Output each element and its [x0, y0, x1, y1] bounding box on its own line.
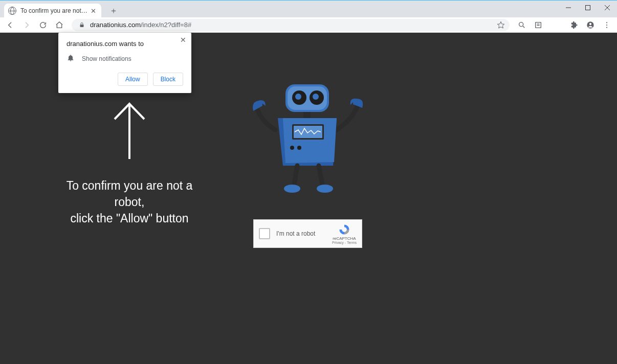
window-controls [559, 1, 617, 15]
url-domain: dranationius.com [90, 21, 141, 29]
svg-point-12 [589, 22, 591, 25]
recaptcha-badge-title: reCAPTCHA [332, 236, 357, 241]
instruction-line-2: click the "Allow" button [70, 212, 188, 225]
url-path: /index/n2?diff=8# [141, 21, 191, 29]
svg-line-30 [294, 166, 297, 185]
forward-button [19, 18, 34, 32]
svg-rect-27 [294, 126, 322, 138]
browser-titlebar: To confirm you are not a robot, c ✕ ＋ [0, 0, 617, 17]
allow-button[interactable]: Allow [118, 73, 148, 86]
tab-strip: To confirm you are not a robot, c ✕ ＋ [0, 1, 121, 18]
svg-point-13 [606, 22, 607, 23]
instruction-text: To confirm you are not a robot, click th… [60, 177, 199, 227]
svg-point-14 [606, 24, 607, 25]
notification-permission-popup: ✕ dranationius.com wants to Show notific… [58, 33, 191, 93]
tab-close-icon[interactable]: ✕ [89, 7, 97, 15]
popup-buttons: Allow Block [67, 73, 183, 86]
recaptcha-box[interactable]: I'm not a robot reCAPTCHA Privacy - Term… [253, 219, 362, 248]
back-button[interactable] [3, 18, 17, 32]
reload-button[interactable] [36, 18, 50, 32]
svg-point-23 [313, 94, 319, 100]
svg-point-15 [606, 27, 607, 28]
svg-rect-4 [80, 25, 84, 27]
svg-line-31 [319, 166, 322, 185]
url-text: dranationius.com/index/n2?diff=8# [90, 21, 494, 29]
maximize-button[interactable] [578, 1, 598, 15]
robot-illustration [247, 81, 370, 198]
popup-request-text: Show notifications [82, 55, 131, 62]
browser-toolbar: dranationius.com/index/n2?diff=8# [0, 17, 617, 33]
svg-point-29 [297, 146, 301, 150]
home-button[interactable] [52, 18, 67, 32]
instruction-line-1: To confirm you are not a robot, [67, 179, 193, 209]
address-bar[interactable]: dranationius.com/index/n2?diff=8# [72, 19, 510, 31]
tab-title: To confirm you are not a robot, c [20, 7, 89, 14]
zoom-icon[interactable] [515, 18, 529, 32]
svg-line-7 [523, 26, 524, 28]
svg-rect-1 [586, 6, 590, 10]
minimize-button[interactable] [559, 1, 578, 15]
globe-icon [8, 7, 16, 15]
svg-point-28 [290, 146, 294, 150]
reader-icon[interactable] [531, 18, 545, 32]
svg-point-6 [519, 22, 523, 26]
new-tab-button[interactable]: ＋ [106, 4, 121, 18]
popup-title: dranationius.com wants to [67, 40, 183, 48]
profile-icon[interactable] [583, 18, 598, 32]
svg-point-32 [284, 185, 300, 193]
browser-tab[interactable]: To confirm you are not a robot, c ✕ [4, 4, 101, 18]
recaptcha-badge: reCAPTCHA Privacy - Terms [332, 223, 357, 244]
svg-marker-5 [497, 21, 504, 28]
svg-point-21 [295, 94, 301, 100]
extensions-icon[interactable] [567, 18, 581, 32]
recaptcha-badge-terms: Privacy - Terms [332, 241, 357, 244]
bookmark-star-icon[interactable] [494, 18, 508, 32]
block-button[interactable]: Block [153, 73, 183, 86]
window-close-button[interactable] [598, 1, 617, 15]
arrow-up-icon [112, 102, 147, 161]
popup-request-row: Show notifications [67, 54, 183, 63]
recaptcha-checkbox[interactable] [259, 228, 270, 239]
svg-point-33 [317, 185, 333, 193]
recaptcha-label: I'm not a robot [276, 230, 332, 237]
bell-icon [67, 54, 75, 63]
popup-close-icon[interactable]: ✕ [178, 35, 188, 45]
menu-icon[interactable] [600, 18, 614, 32]
lock-icon[interactable] [78, 21, 86, 29]
